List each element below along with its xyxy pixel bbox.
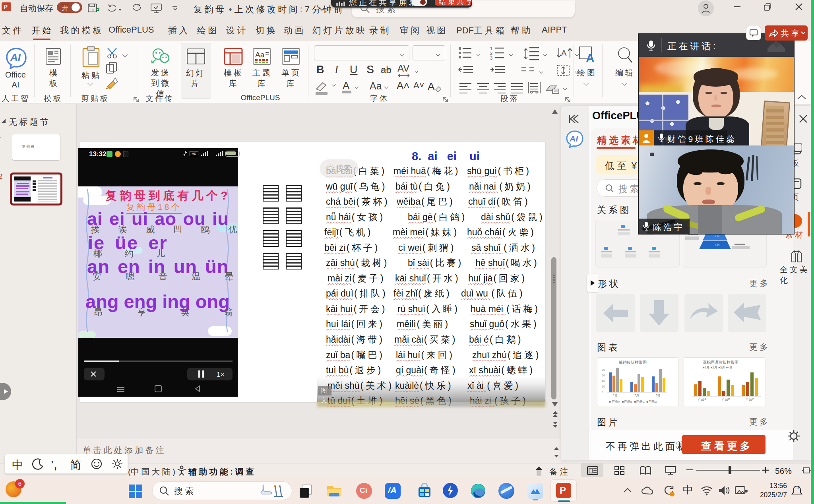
svg-text:产品C: 产品C: [746, 397, 754, 401]
svg-text:2月: 2月: [634, 394, 639, 397]
svg-text:产品B: 产品B: [722, 397, 730, 401]
svg-text:1: 1: [490, 46, 492, 51]
svg-text:A: A: [428, 80, 435, 92]
svg-text:40: 40: [602, 380, 605, 382]
svg-text:20: 20: [602, 385, 605, 388]
svg-text:2: 2: [490, 51, 492, 56]
svg-text:Aa: Aa: [255, 50, 265, 59]
svg-text:A: A: [586, 51, 595, 64]
svg-text:0: 0: [602, 391, 603, 394]
svg-text:产品A: 产品A: [698, 397, 707, 401]
svg-text:AI: AI: [569, 134, 578, 143]
svg-text:60: 60: [602, 374, 605, 377]
svg-text:3: 3: [490, 56, 492, 60]
svg-text:1月: 1月: [613, 394, 618, 397]
svg-text:80: 80: [602, 368, 605, 371]
svg-text:3月: 3月: [656, 394, 661, 397]
svg-text:A: A: [561, 48, 567, 57]
svg-text:AI: AI: [10, 51, 21, 63]
svg-text:z: z: [797, 485, 800, 490]
